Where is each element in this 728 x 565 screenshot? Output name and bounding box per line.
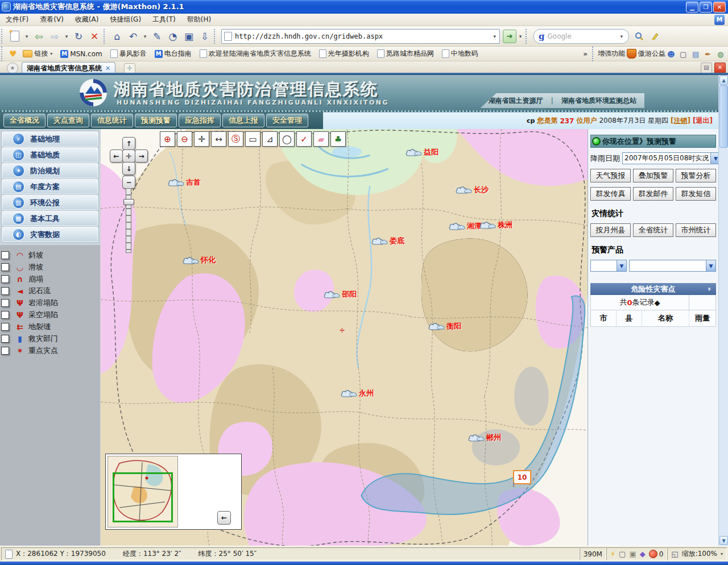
go-button[interactable]: ➔: [503, 30, 516, 43]
link-msn[interactable]: MMSN.com: [60, 50, 102, 58]
link-photo[interactable]: 光年摄影机构: [319, 49, 369, 59]
layer-checkbox[interactable]: [1, 347, 9, 355]
brush-icon[interactable]: ✒: [705, 50, 714, 58]
nav-tab-emergency[interactable]: 应急指挥: [179, 114, 221, 127]
highlight-icon[interactable]: [648, 29, 663, 44]
sidebar-item-annual-plan[interactable]: ▤年度方案: [2, 179, 98, 194]
link-baofeng[interactable]: 暴风影音: [110, 49, 147, 59]
map-area[interactable]: ⊕ ⊖ ✛ ↔ Ⓢ ▭ ⊿ ◯ ✓ ▰ ♣ ↑ ← ✛ → ↓ −: [100, 129, 588, 546]
layer-checkbox[interactable]: [1, 335, 9, 343]
measure-button[interactable]: ↔: [211, 131, 226, 147]
new-window-icon[interactable]: ▣: [629, 550, 636, 558]
maximize-button[interactable]: ❐: [700, 2, 712, 13]
overlay-warning-button[interactable]: 叠加预警: [633, 169, 673, 182]
plugins-link[interactable]: 增强功能: [598, 49, 625, 59]
nav-tab-stats[interactable]: 信息统计: [91, 114, 133, 127]
tab-close-icon[interactable]: ✕: [105, 65, 110, 72]
undo-icon[interactable]: ↶: [126, 29, 140, 44]
new-page-dropdown[interactable]: ▾: [23, 29, 30, 44]
address-bar[interactable]: http://dzzh.hndh.gov.cn/gridweb.aspx ▾: [221, 29, 500, 44]
overview-minimap[interactable]: ←: [105, 454, 242, 530]
sidebar-item-prevention-plan[interactable]: ✦防治规划: [2, 163, 98, 178]
tab-star-icon[interactable]: ★: [7, 63, 18, 74]
layer-checkbox[interactable]: [1, 251, 9, 259]
links-overflow-chevron[interactable]: »: [583, 50, 588, 58]
zoom-level[interactable]: 缩放:100%: [682, 549, 717, 559]
zoom-slider[interactable]: [126, 188, 131, 253]
select-arrow-icon[interactable]: ▼: [617, 260, 626, 271]
select-rect-button[interactable]: ▭: [245, 131, 260, 147]
address-dropdown-icon[interactable]: ▾: [492, 34, 497, 39]
search-icon[interactable]: [632, 29, 647, 44]
pan-right-button[interactable]: →: [135, 149, 148, 163]
sidebar-item-disaster-data[interactable]: ◐灾害数据: [2, 227, 98, 242]
globe-icon[interactable]: ◍: [717, 50, 726, 58]
zoom-segment[interactable]: ◱ 缩放:100% ▾: [667, 547, 727, 560]
favorites-heart-icon[interactable]: ♥: [9, 49, 16, 59]
select-polygon-button[interactable]: ⊿: [262, 131, 278, 147]
stop-icon[interactable]: ✕: [87, 29, 102, 44]
magic-fill-icon[interactable]: ✎: [150, 29, 164, 44]
bulk-fax-button[interactable]: 群发传真: [590, 187, 631, 201]
menu-help[interactable]: 帮助(H): [181, 15, 217, 24]
back-icon[interactable]: ⇦: [31, 29, 46, 44]
link-geo-env-station[interactable]: 湖南省地质环境监测总站: [561, 96, 636, 106]
product-type-select[interactable]: ▼: [590, 260, 627, 272]
history-dropdown-icon[interactable]: ▾: [63, 29, 70, 44]
charity-link[interactable]: 傲游公益: [638, 49, 665, 59]
bulk-email-button[interactable]: 群发邮件: [633, 187, 673, 201]
link-hunan-geo[interactable]: 欢迎登陆湖南省地质灾害信息系统: [200, 49, 311, 59]
ad-block-icon[interactable]: ◆: [640, 550, 646, 558]
menu-groups[interactable]: 快捷组(G): [104, 15, 147, 24]
search-engine-dropdown-icon[interactable]: ▾: [619, 34, 624, 39]
city-marker-湘潭[interactable]: 湘潭: [448, 221, 482, 231]
sidebar-item-base-geology[interactable]: ◫基础地质: [2, 147, 98, 163]
city-marker-株洲[interactable]: 株洲: [478, 220, 512, 230]
nav-tab-overview[interactable]: 全省概况: [3, 114, 46, 127]
boost-icon[interactable]: ⚡: [610, 550, 615, 558]
city-marker-吉首[interactable]: 吉首: [167, 177, 201, 188]
forward-icon[interactable]: ⇨: [47, 29, 62, 44]
layer-checkbox[interactable]: [1, 323, 9, 331]
minimap-collapse-button[interactable]: ←: [217, 511, 231, 525]
city-marker-长沙[interactable]: 长沙: [454, 185, 489, 195]
skin-icon[interactable]: M: [714, 15, 725, 25]
pan-button[interactable]: ✛: [194, 131, 209, 147]
pan-left-button[interactable]: ←: [110, 149, 123, 163]
links-folder[interactable]: 链接 ▾: [23, 49, 52, 59]
shield-icon[interactable]: [627, 49, 636, 59]
search-box[interactable]: g Google ▾: [533, 29, 629, 44]
legend-tree-button[interactable]: ♣: [330, 131, 346, 147]
nav-tab-forecast[interactable]: 预测预警: [135, 114, 177, 127]
layer-checkbox[interactable]: [1, 311, 9, 319]
layer-checkbox[interactable]: [1, 287, 9, 295]
url-text[interactable]: http://dzzh.hndh.gov.cn/gridweb.aspx: [235, 32, 492, 40]
vertical-scrollbar[interactable]: ▲ ▼: [718, 75, 728, 546]
refresh-icon[interactable]: ↻: [71, 29, 86, 44]
eraser-button[interactable]: ▰: [313, 131, 329, 147]
scroll-up-icon[interactable]: ▲: [719, 76, 728, 85]
pan-up-button[interactable]: ↑: [122, 137, 135, 150]
popup-window-icon[interactable]: ▢: [619, 550, 626, 558]
nav-tab-security[interactable]: 安全管理: [266, 114, 308, 127]
weather-forecast-button[interactable]: 天气预报: [590, 169, 631, 182]
sidebar-item-base-geography[interactable]: »基础地理: [2, 131, 98, 147]
link-radio[interactable]: M电台指南: [155, 49, 192, 59]
zoom-slider-handle[interactable]: [123, 199, 134, 205]
zoom-in-button[interactable]: ⊕: [160, 131, 175, 147]
person-icon[interactable]: ☻: [667, 50, 676, 58]
link-zhongdi[interactable]: 中地数码: [442, 49, 478, 59]
mark-point-button[interactable]: ✓: [296, 131, 312, 147]
layer-checkbox[interactable]: [1, 299, 9, 307]
city-marker-益阳[interactable]: 益阳: [404, 147, 439, 157]
menu-favorites[interactable]: 收藏(A): [69, 15, 105, 24]
active-tab[interactable]: 湖南省地质灾害信息系统 ✕: [22, 62, 115, 74]
danger-chevrons-icon[interactable]: »: [706, 287, 713, 291]
menu-tools[interactable]: 工具(T): [147, 15, 181, 24]
go-dropdown[interactable]: ▾: [517, 29, 524, 44]
link-land-resources[interactable]: 湖南省国土资源厅: [489, 96, 543, 106]
notes-icon[interactable]: ▤: [692, 50, 701, 58]
window-list-icon[interactable]: ▣: [181, 29, 196, 44]
city-marker-娄底[interactable]: 娄底: [370, 236, 404, 246]
minimap-viewport[interactable]: [113, 472, 173, 522]
